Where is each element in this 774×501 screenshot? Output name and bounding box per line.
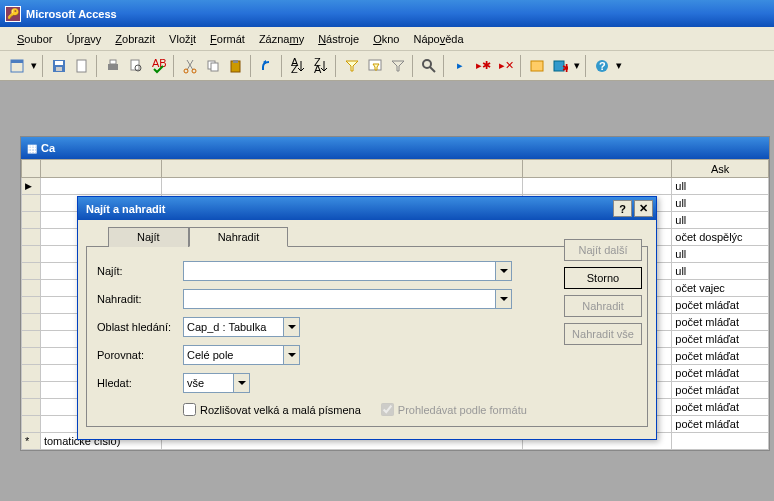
help-button[interactable]: ? bbox=[591, 55, 613, 77]
row-selector[interactable] bbox=[22, 365, 41, 382]
cell-ask[interactable]: ull bbox=[672, 195, 769, 212]
col-header-q[interactable] bbox=[523, 160, 672, 178]
row-selector[interactable] bbox=[22, 263, 41, 280]
svg-rect-6 bbox=[108, 64, 118, 70]
cancel-button[interactable]: Storno bbox=[564, 267, 642, 289]
row-selector[interactable] bbox=[22, 416, 41, 433]
cell-ask[interactable]: počet mláďat bbox=[672, 416, 769, 433]
menu-vlozit[interactable]: Vložit bbox=[162, 30, 203, 48]
row-selector[interactable] bbox=[22, 348, 41, 365]
row-selector[interactable] bbox=[22, 297, 41, 314]
row-selector[interactable] bbox=[22, 195, 41, 212]
menu-zaznamy[interactable]: Záznamy bbox=[252, 30, 311, 48]
find-input[interactable] bbox=[183, 261, 495, 281]
row-selector[interactable] bbox=[22, 212, 41, 229]
match-dropdown-icon[interactable] bbox=[283, 345, 300, 365]
copy-button[interactable] bbox=[202, 55, 224, 77]
rec-delete-button[interactable]: ▸✕ bbox=[495, 55, 517, 77]
menu-format[interactable]: Formát bbox=[203, 30, 252, 48]
cell-ask[interactable]: počet mláďat bbox=[672, 365, 769, 382]
sort-desc-button[interactable]: ZA bbox=[310, 55, 332, 77]
table-icon: ▦ bbox=[27, 142, 37, 155]
cell-ask[interactable]: očet vajec bbox=[672, 280, 769, 297]
find-button[interactable] bbox=[418, 55, 440, 77]
dropdown3-icon[interactable]: ▾ bbox=[614, 55, 624, 77]
cell-ask[interactable]: počet mláďat bbox=[672, 331, 769, 348]
check-case[interactable]: Rozlišovat velká a malá písmena bbox=[183, 403, 361, 416]
undo-button[interactable] bbox=[256, 55, 278, 77]
rec-new-button[interactable]: ▸✱ bbox=[472, 55, 494, 77]
tab-find[interactable]: Najít bbox=[108, 227, 189, 247]
tab-replace[interactable]: Nahradit bbox=[189, 227, 289, 247]
cell-ask[interactable]: počet mláďat bbox=[672, 348, 769, 365]
view-button[interactable] bbox=[6, 55, 28, 77]
svg-rect-7 bbox=[110, 60, 116, 64]
find-next-button[interactable]: Najít další bbox=[564, 239, 642, 261]
row-selector-header[interactable] bbox=[22, 160, 41, 178]
row-selector[interactable] bbox=[22, 229, 41, 246]
menu-okno[interactable]: Okno bbox=[366, 30, 406, 48]
match-select[interactable] bbox=[183, 345, 283, 365]
dropdown2-icon[interactable]: ▾ bbox=[572, 55, 582, 77]
row-selector[interactable] bbox=[22, 280, 41, 297]
search-dropdown-icon[interactable] bbox=[233, 373, 250, 393]
cell-ask[interactable]: ull bbox=[672, 263, 769, 280]
table-row[interactable]: ▶ull bbox=[22, 178, 769, 195]
cell-desc[interactable] bbox=[161, 178, 522, 195]
cell-ask[interactable]: počet mláďat bbox=[672, 382, 769, 399]
row-selector[interactable] bbox=[22, 331, 41, 348]
row-selector[interactable] bbox=[22, 314, 41, 331]
label-match: Porovnat: bbox=[97, 349, 183, 361]
row-selector[interactable] bbox=[22, 382, 41, 399]
save-button[interactable] bbox=[48, 55, 70, 77]
new-obj-button[interactable]: ✱ bbox=[549, 55, 571, 77]
menu-napoveda[interactable]: Nápověda bbox=[406, 30, 470, 48]
sort-asc-button[interactable]: AZ bbox=[287, 55, 309, 77]
label-search: Hledat: bbox=[97, 377, 183, 389]
cell-ask[interactable]: počet mláďat bbox=[672, 314, 769, 331]
paste-button[interactable] bbox=[225, 55, 247, 77]
col-header-desc[interactable] bbox=[161, 160, 522, 178]
dialog-help-button[interactable]: ? bbox=[613, 200, 632, 217]
rec-first-button[interactable]: ▸ bbox=[449, 55, 471, 77]
dialog-close-button[interactable]: ✕ bbox=[634, 200, 653, 217]
col-header-ask[interactable]: Ask bbox=[672, 160, 769, 178]
dropdown-icon[interactable]: ▾ bbox=[29, 55, 39, 77]
filter-sel-button[interactable] bbox=[341, 55, 363, 77]
cut-button[interactable] bbox=[179, 55, 201, 77]
new-button[interactable] bbox=[71, 55, 93, 77]
spell-button[interactable]: ABC bbox=[148, 55, 170, 77]
cell-ask[interactable]: ull bbox=[672, 212, 769, 229]
replace-dropdown-icon[interactable] bbox=[495, 289, 512, 309]
cell-ask[interactable]: ull bbox=[672, 178, 769, 195]
preview-button[interactable] bbox=[125, 55, 147, 77]
cell-ask[interactable]: ull bbox=[672, 246, 769, 263]
filter-form-button[interactable] bbox=[364, 55, 386, 77]
dialog-titlebar[interactable]: Najít a nahradit ? ✕ bbox=[78, 197, 656, 220]
cell-ask[interactable]: očet dospělýc bbox=[672, 229, 769, 246]
cell-id[interactable] bbox=[40, 178, 161, 195]
find-dropdown-icon[interactable] bbox=[495, 261, 512, 281]
new-row-indicator[interactable]: * bbox=[22, 433, 41, 450]
menu-zobrazit[interactable]: Zobrazit bbox=[108, 30, 162, 48]
case-checkbox[interactable] bbox=[183, 403, 196, 416]
menu-soubor[interactable]: Soubor bbox=[10, 30, 59, 48]
search-select[interactable] bbox=[183, 373, 233, 393]
replace-all-button[interactable]: Nahradit vše bbox=[564, 323, 642, 345]
col-header-id[interactable] bbox=[40, 160, 161, 178]
row-selector[interactable] bbox=[22, 246, 41, 263]
db-window-button[interactable] bbox=[526, 55, 548, 77]
menu-upravy[interactable]: Úpravy bbox=[59, 30, 108, 48]
print-button[interactable] bbox=[102, 55, 124, 77]
menu-nastroje[interactable]: Nástroje bbox=[311, 30, 366, 48]
row-selector[interactable]: ▶ bbox=[22, 178, 41, 195]
replace-button[interactable]: Nahradit bbox=[564, 295, 642, 317]
cell-ask[interactable]: počet mláďat bbox=[672, 297, 769, 314]
replace-input[interactable] bbox=[183, 289, 495, 309]
cell-q[interactable] bbox=[523, 178, 672, 195]
row-selector[interactable] bbox=[22, 399, 41, 416]
lookin-dropdown-icon[interactable] bbox=[283, 317, 300, 337]
lookin-select[interactable] bbox=[183, 317, 283, 337]
cell-ask[interactable]: počet mláďat bbox=[672, 399, 769, 416]
filter-toggle-button[interactable] bbox=[387, 55, 409, 77]
